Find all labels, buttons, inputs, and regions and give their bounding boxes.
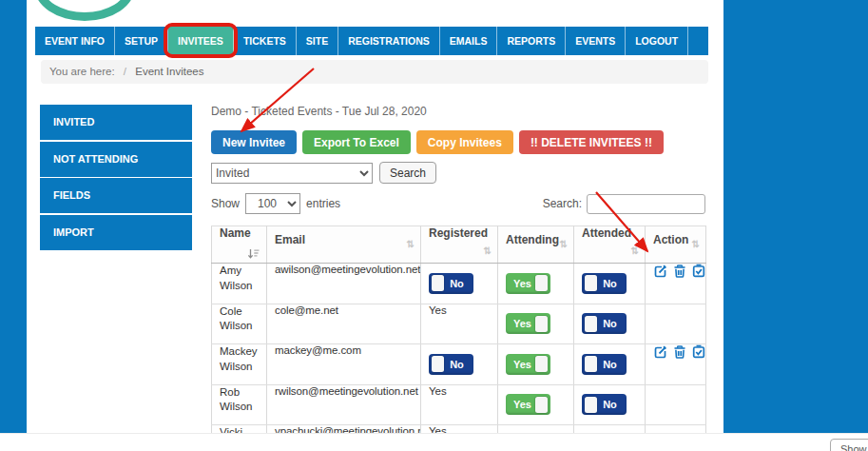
nav-tab-registrations[interactable]: REGISTRATIONS bbox=[338, 27, 440, 55]
nav-tab-tickets[interactable]: TICKETS bbox=[234, 27, 297, 55]
toggle-knob bbox=[535, 356, 548, 372]
table-row: Vicki Pachucki vpachucki@meetingevolutio… bbox=[212, 425, 706, 434]
trash-icon[interactable] bbox=[672, 264, 687, 279]
background-panel-left bbox=[0, 0, 27, 433]
cell-attended: No bbox=[574, 264, 646, 304]
toggle-yes[interactable]: Yes bbox=[506, 394, 550, 415]
toggle-yes[interactable]: Yes bbox=[506, 354, 550, 375]
column-header-email[interactable]: Email ⇅ bbox=[267, 226, 421, 264]
cell-attending: Yes bbox=[498, 425, 574, 434]
column-header-action[interactable]: Action ⇅ bbox=[646, 226, 706, 264]
nav-tab-invitees[interactable]: INVITEES bbox=[168, 27, 234, 55]
cell-email: cole@me.net bbox=[267, 304, 421, 344]
filter-search-button[interactable]: Search bbox=[379, 162, 436, 184]
cell-attended: No bbox=[574, 304, 646, 344]
checkbox-check-icon[interactable] bbox=[691, 344, 706, 360]
edit-icon[interactable] bbox=[653, 264, 668, 279]
sort-both-icon: ⇅ bbox=[631, 240, 639, 263]
table-search-input[interactable] bbox=[587, 194, 705, 214]
bottom-strip bbox=[0, 433, 868, 451]
sort-both-icon: ⇅ bbox=[560, 233, 568, 256]
sort-both-icon: ⇅ bbox=[692, 233, 700, 256]
cell-registered: Yes bbox=[421, 425, 498, 434]
nav-tab-reports[interactable]: REPORTS bbox=[497, 27, 566, 55]
cell-attended: No bbox=[574, 344, 646, 385]
invitee-filter-row: Invited Search bbox=[211, 162, 436, 184]
cell-email: rwilson@meetingevolution.net bbox=[267, 384, 421, 425]
toggle-knob bbox=[585, 356, 597, 372]
toggle-no[interactable]: No bbox=[429, 354, 473, 375]
cell-action bbox=[646, 384, 706, 425]
cell-attending: Yes bbox=[498, 304, 574, 344]
sidebar-item-import[interactable]: IMPORT bbox=[40, 215, 192, 250]
sort-both-icon: ⇅ bbox=[484, 240, 492, 263]
export-to-excel-button[interactable]: Export To Excel bbox=[302, 130, 411, 154]
table-search-label: Search: bbox=[543, 197, 582, 210]
sidebar-item-invited[interactable]: INVITED bbox=[40, 105, 192, 140]
toggle-knob bbox=[585, 316, 597, 332]
action-button-row: New InviteeExport To ExcelCopy Invitees!… bbox=[211, 130, 664, 154]
toggle-no[interactable]: No bbox=[582, 394, 627, 415]
toggle-yes[interactable]: Yes bbox=[506, 313, 550, 334]
browser-status-tooltip: Show bbox=[830, 439, 868, 451]
invitees-table: Name Email ⇅ Registered ⇅ Attending ⇅ At… bbox=[211, 226, 706, 433]
cell-attending: Yes bbox=[498, 344, 574, 385]
nav-tab-setup[interactable]: SETUP bbox=[115, 27, 168, 55]
table-controls-row: Show 100 entries Search: bbox=[211, 193, 705, 214]
toggle-knob bbox=[535, 316, 548, 332]
cell-name: Mackey Wilson bbox=[212, 344, 267, 385]
breadcrumb-current[interactable]: Event Invitees bbox=[135, 66, 203, 77]
event-title: Demo - Ticketed Events - Tue Jul 28, 202… bbox=[211, 105, 427, 118]
cell-name: Vicki Pachucki bbox=[212, 425, 267, 434]
toggle-yes[interactable]: Yes bbox=[506, 273, 550, 294]
column-header-attended[interactable]: Attended ⇅ bbox=[574, 226, 646, 264]
table-row: Amy Wilson awilson@meetingevolution.net … bbox=[212, 264, 706, 304]
tooltip-text: Show bbox=[840, 443, 867, 451]
nav-tab-site[interactable]: SITE bbox=[297, 27, 338, 55]
table-search-control: Search: bbox=[543, 194, 705, 214]
new-invitee-button[interactable]: New Invitee bbox=[211, 130, 297, 154]
sidebar-item-not-attending[interactable]: NOT ATTENDING bbox=[40, 142, 192, 177]
breadcrumb-separator: / bbox=[124, 66, 126, 77]
toggle-no[interactable]: No bbox=[429, 273, 473, 294]
cell-action bbox=[646, 264, 706, 304]
cell-registered: No bbox=[421, 344, 498, 385]
breadcrumb: You are here: / Event Invitees bbox=[41, 60, 708, 84]
delete-invitees-button[interactable]: !! DELETE INVITEES !! bbox=[519, 130, 664, 154]
nav-tab-event-info[interactable]: EVENT INFO bbox=[35, 27, 115, 55]
brand-logo-icon bbox=[34, 0, 135, 21]
sidebar: INVITEDNOT ATTENDINGFIELDSIMPORT bbox=[40, 105, 192, 251]
cell-registered: Yes bbox=[421, 304, 498, 344]
trash-icon[interactable] bbox=[672, 344, 687, 360]
toggle-knob bbox=[535, 397, 548, 413]
nav-tab-events[interactable]: EVENTS bbox=[566, 27, 626, 55]
cell-name: Cole Wilson bbox=[212, 304, 267, 344]
edit-icon[interactable] bbox=[653, 344, 668, 360]
cell-attending: Yes bbox=[498, 264, 574, 304]
checkbox-check-icon[interactable] bbox=[691, 264, 706, 279]
table-row: Cole Wilson cole@me.net Yes Yes No bbox=[212, 304, 706, 344]
toggle-knob bbox=[585, 397, 597, 413]
sidebar-item-fields[interactable]: FIELDS bbox=[40, 178, 192, 213]
main-navigation: EVENT INFO SETUP INVITEES TICKETS SITE R… bbox=[35, 27, 708, 55]
toggle-knob bbox=[432, 356, 444, 372]
cell-attended: No bbox=[574, 384, 646, 425]
table-header-row: Name Email ⇅ Registered ⇅ Attending ⇅ At… bbox=[212, 226, 706, 264]
toggle-no[interactable]: No bbox=[582, 354, 627, 375]
sort-asc-icon bbox=[247, 240, 260, 263]
toggle-no[interactable]: No bbox=[582, 273, 627, 294]
cell-email: awilson@meetingevolution.net bbox=[267, 264, 421, 304]
toggle-no[interactable]: No bbox=[582, 313, 627, 334]
invitee-filter-select[interactable]: Invited bbox=[211, 163, 373, 184]
cell-email: mackey@me.com bbox=[267, 344, 421, 385]
cell-name: Amy Wilson bbox=[212, 264, 267, 304]
copy-invitees-button[interactable]: Copy Invitees bbox=[416, 130, 513, 154]
nav-tab-logout[interactable]: LOGOUT bbox=[626, 27, 688, 55]
column-header-name[interactable]: Name bbox=[212, 226, 267, 264]
sort-both-icon: ⇅ bbox=[407, 233, 415, 256]
column-header-attending[interactable]: Attending ⇅ bbox=[498, 226, 574, 264]
page-length-select[interactable]: 100 bbox=[245, 193, 300, 214]
column-header-registered[interactable]: Registered ⇅ bbox=[421, 226, 498, 264]
toggle-knob bbox=[585, 275, 597, 291]
nav-tab-emails[interactable]: EMAILS bbox=[440, 27, 498, 55]
